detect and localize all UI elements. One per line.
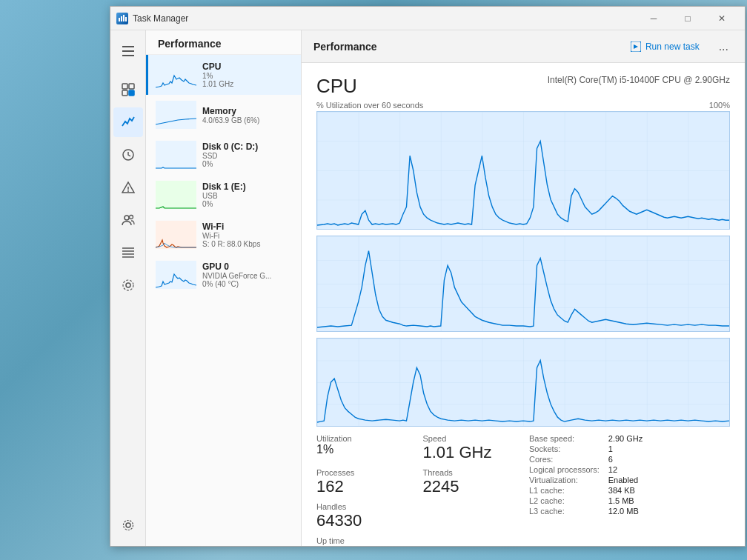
main-panel: Performance Run new task ... CPU xyxy=(302,30,745,546)
cpu-main-chart xyxy=(316,111,730,230)
memory-sidebar-name: Memory xyxy=(202,106,293,116)
svg-rect-26 xyxy=(156,101,196,129)
main-toolbar: Performance Run new task ... xyxy=(302,30,745,63)
cpu-chart2 xyxy=(316,236,730,332)
gpu0-sidebar-info: GPU 0 NVIDIA GeForce G... 0% (40 °C) xyxy=(202,261,293,288)
cpu-sidebar-util: 1% xyxy=(202,72,293,80)
specs-grid: Base speed: 2.90 GHz Sockets: 1 Cores: 6… xyxy=(529,434,730,546)
sidebar-header: Performance xyxy=(146,30,301,55)
settings-icon[interactable] xyxy=(113,510,143,540)
cpu-content: CPU Intel(R) Core(TM) i5-10400F CPU @ 2.… xyxy=(302,63,745,546)
toolbar-right: Run new task ... xyxy=(625,39,733,55)
memory-sidebar-info: Memory 4.0/63.9 GB (6%) xyxy=(202,106,293,124)
svg-rect-1 xyxy=(121,16,122,21)
cpu-sidebar-info: CPU 1% 1.01 GHz xyxy=(202,61,293,88)
svg-point-22 xyxy=(123,280,133,290)
sidebar-item-wifi[interactable]: Wi-Fi Wi-Fi S: 0 R: 88.0 Kbps xyxy=(146,215,301,255)
utilization-stat: Utilization 1% xyxy=(316,434,411,462)
cpu-header: CPU Intel(R) Core(TM) i5-10400F CPU @ 2.… xyxy=(316,75,730,98)
minimize-button[interactable]: ─ xyxy=(637,7,671,30)
maximize-button[interactable]: □ xyxy=(671,7,705,30)
svg-rect-4 xyxy=(122,46,134,47)
sidebar-item-gpu0[interactable]: GPU 0 NVIDIA GeForce G... 0% (40 °C) xyxy=(146,255,301,295)
processes-stat: Processes 162 xyxy=(316,468,411,496)
svg-rect-34 xyxy=(317,236,729,331)
svg-point-21 xyxy=(126,283,130,287)
wifi-mini-chart xyxy=(156,221,196,249)
disk0-sidebar-name: Disk 0 (C: D:) xyxy=(202,141,293,152)
chart-label-text: % Utilization over 60 seconds xyxy=(316,101,423,110)
services-icon[interactable] xyxy=(113,270,143,300)
cpu-sidebar-name: CPU xyxy=(202,61,293,72)
more-options-button[interactable]: ... xyxy=(714,39,733,55)
disk1-sidebar-info: Disk 1 (E:) USB 0% xyxy=(202,181,293,208)
window-body: Performance CPU 1% 1.01 GHz xyxy=(110,30,745,546)
close-button[interactable]: ✕ xyxy=(705,7,739,30)
svg-rect-36 xyxy=(317,339,729,426)
disk0-mini-chart xyxy=(156,141,196,169)
title-bar: Task Manager ─ □ ✕ xyxy=(110,7,745,30)
startup-icon[interactable] xyxy=(113,173,143,202)
cpu-chart3-container xyxy=(316,338,730,427)
run-new-task-button[interactable]: Run new task xyxy=(625,39,706,55)
cpu-chart2-container xyxy=(316,236,730,332)
sidebar-item-disk1[interactable]: Disk 1 (E:) USB 0% xyxy=(146,175,301,215)
svg-point-23 xyxy=(126,523,130,527)
cpu-main-chart-container xyxy=(316,111,730,230)
stats-grid: Utilization 1% Speed 1.01 GHz Processes … xyxy=(316,434,730,546)
performance-nav-icon[interactable] xyxy=(113,107,143,137)
cpu-chart3 xyxy=(316,338,730,427)
processes-icon[interactable] xyxy=(113,75,143,104)
uptime-stat: Up time 0:00:03:36 xyxy=(316,536,517,546)
stats-left: Utilization 1% Speed 1.01 GHz Processes … xyxy=(316,434,517,546)
disk0-sidebar-info: Disk 0 (C: D:) SSD 0% xyxy=(202,141,293,168)
svg-rect-5 xyxy=(122,50,134,52)
svg-rect-27 xyxy=(156,141,196,169)
memory-mini-chart xyxy=(156,101,196,129)
main-toolbar-title: Performance xyxy=(313,41,377,53)
cpu-model: Intel(R) Core(TM) i5-10400F CPU @ 2.90GH… xyxy=(548,75,730,85)
sidebar-item-cpu[interactable]: CPU 1% 1.01 GHz xyxy=(146,55,301,95)
sidebar-item-memory[interactable]: Memory 4.0/63.9 GB (6%) xyxy=(146,95,301,135)
svg-rect-0 xyxy=(119,18,120,21)
window-controls: ─ □ ✕ xyxy=(637,7,739,30)
svg-rect-6 xyxy=(122,55,134,56)
app-icon xyxy=(116,13,128,24)
sidebar-nav: Performance CPU 1% 1.01 GHz xyxy=(146,30,302,546)
threads-stat: Threads 2245 xyxy=(423,468,518,496)
cpu-mini-chart xyxy=(156,61,196,89)
cpu-title: CPU xyxy=(316,75,357,98)
hamburger-menu-button[interactable] xyxy=(113,36,143,66)
disk1-mini-chart xyxy=(156,181,196,209)
run-task-icon xyxy=(631,41,641,52)
svg-rect-8 xyxy=(129,84,134,89)
users-icon[interactable] xyxy=(113,205,143,235)
svg-rect-10 xyxy=(129,90,134,96)
memory-sidebar-sub: 4.0/63.9 GB (6%) xyxy=(202,116,293,124)
window-title: Task Manager xyxy=(133,13,637,24)
gpu0-mini-chart xyxy=(156,261,196,289)
sidebar-icon-strip xyxy=(110,30,146,546)
chart-label-row: % Utilization over 60 seconds 100% xyxy=(316,101,730,110)
svg-point-16 xyxy=(129,216,133,219)
wifi-sidebar-info: Wi-Fi Wi-Fi S: 0 R: 88.0 Kbps xyxy=(202,221,293,248)
svg-point-24 xyxy=(123,521,133,530)
svg-rect-9 xyxy=(122,90,127,96)
speed-stat: Speed 1.01 GHz xyxy=(423,434,518,462)
svg-rect-3 xyxy=(125,17,127,21)
handles-stat: Handles 64330 xyxy=(316,502,517,530)
svg-rect-7 xyxy=(122,84,127,89)
svg-point-14 xyxy=(127,190,129,192)
svg-rect-32 xyxy=(317,112,729,229)
svg-point-15 xyxy=(124,216,129,220)
svg-rect-28 xyxy=(156,181,196,209)
sidebar-item-disk0[interactable]: Disk 0 (C: D:) SSD 0% xyxy=(146,135,301,175)
task-manager-window: Task Manager ─ □ ✕ xyxy=(110,6,746,547)
chart-max-label: 100% xyxy=(709,101,730,110)
history-icon[interactable] xyxy=(113,140,143,170)
cpu-sidebar-speed: 1.01 GHz xyxy=(202,80,293,88)
svg-rect-29 xyxy=(156,221,196,249)
details-icon[interactable] xyxy=(113,238,143,267)
svg-rect-2 xyxy=(123,15,124,21)
